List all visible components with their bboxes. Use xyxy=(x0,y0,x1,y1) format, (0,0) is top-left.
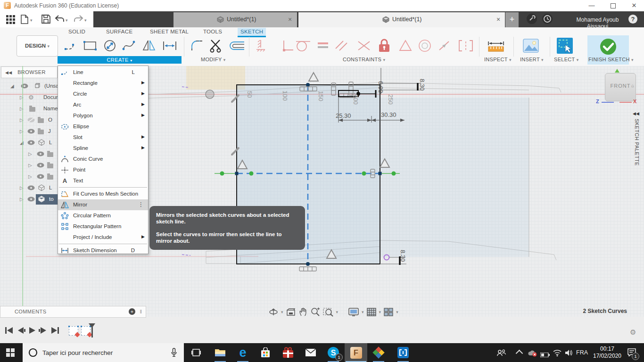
display-caret-icon[interactable]: ▾ xyxy=(362,310,364,314)
constraint-collinear-icon[interactable] xyxy=(438,40,451,54)
constraint-perpendicular-icon[interactable] xyxy=(282,40,294,54)
grid-settings-icon[interactable] xyxy=(367,308,376,317)
menu-item-mirror[interactable]: Mirror ⋮ xyxy=(58,199,148,210)
line-tool-icon[interactable] xyxy=(64,40,76,54)
group-inspect-header[interactable]: INSPECT ▾ xyxy=(484,57,512,62)
taskbar-skype[interactable]: S 1 xyxy=(322,343,345,362)
constraint-fix-lock-icon[interactable] xyxy=(377,38,391,55)
taskbar-search[interactable]: Taper ici pour rechercher xyxy=(23,343,184,362)
notifications-clock-icon[interactable] xyxy=(542,14,553,24)
spline-tool-icon[interactable] xyxy=(122,40,135,54)
rectangle-tool-icon[interactable] xyxy=(83,41,97,53)
tray-expand-chevron-icon[interactable] xyxy=(516,350,523,357)
menu-item-rectangular-pattern[interactable]: Rectangular Pattern xyxy=(58,221,148,232)
viewports-caret-icon[interactable]: ▾ xyxy=(396,310,398,314)
grid-caret-icon[interactable]: ▾ xyxy=(379,310,381,314)
dimension-25-30[interactable]: 25.30 xyxy=(336,112,351,119)
tray-clock[interactable]: 00:17 17/02/2020 xyxy=(588,346,626,360)
save-icon[interactable] xyxy=(41,15,50,25)
sketch-palette-expand-icon[interactable]: ◀◀ xyxy=(633,111,639,116)
group-select-header[interactable]: SELECT ▾ xyxy=(554,57,579,62)
zoom-window-caret-icon[interactable]: ▾ xyxy=(336,310,339,314)
tray-wifi-icon[interactable] xyxy=(553,349,562,358)
constraint-concentric-icon[interactable] xyxy=(418,39,431,54)
close-button[interactable]: ✕ xyxy=(627,1,641,10)
menu-item-circle[interactable]: Circle ▶ xyxy=(58,89,148,99)
measure-tool-icon[interactable] xyxy=(487,40,505,55)
app-grid-icon[interactable] xyxy=(6,15,15,26)
taskbar-store[interactable] xyxy=(254,343,277,362)
dimension-8-30-top[interactable]: 8.30 xyxy=(419,79,426,90)
menu-item-polygon[interactable]: Polygon ▶ xyxy=(58,110,148,121)
taskbar-diagram-app[interactable] xyxy=(367,343,390,362)
tray-notification-icon[interactable]: 1 xyxy=(627,348,636,358)
menu-item-slot[interactable]: Slot ▶ xyxy=(58,132,148,143)
tray-volume-icon[interactable] xyxy=(565,349,573,358)
tray-language[interactable]: FRA xyxy=(576,349,588,356)
timeline-skip-start-icon[interactable] xyxy=(5,327,13,336)
menu-item-circular-pattern[interactable]: Circular Pattern xyxy=(58,210,148,221)
help-icon[interactable]: ? xyxy=(628,15,637,24)
taskbar-gift-app[interactable] xyxy=(277,343,299,362)
select-tool-icon[interactable] xyxy=(556,37,573,56)
new-tab-button[interactable]: + xyxy=(505,12,519,27)
menu-item-line[interactable]: Line L xyxy=(58,67,148,78)
add-comment-icon[interactable]: + xyxy=(129,308,135,315)
undo-icon[interactable] xyxy=(54,15,65,25)
menu-item-text[interactable]: A Text xyxy=(58,175,148,186)
tab-close-icon[interactable]: × xyxy=(288,16,292,23)
taskbar-fusion360[interactable]: F xyxy=(345,343,367,362)
sketch-palette-tab[interactable]: SKETCH PALETTE xyxy=(634,119,640,166)
pan-icon[interactable] xyxy=(298,307,308,317)
redo-icon[interactable] xyxy=(74,15,84,25)
document-tab-inactive[interactable]: Untitled*(1) × xyxy=(173,12,297,27)
task-view-button[interactable] xyxy=(185,343,207,362)
group-constraints-header[interactable]: CONSTRAINTS ▾ xyxy=(343,57,385,62)
dimension-tool-icon[interactable] xyxy=(162,41,177,53)
taskbar-edge[interactable]: e xyxy=(231,343,254,362)
timeline-sketch-feature-1[interactable] xyxy=(69,326,78,336)
viewports-icon[interactable] xyxy=(384,308,393,317)
taskbar-mail[interactable] xyxy=(299,343,322,362)
menu-item-sketch-dimension[interactable]: Sketch Dimension D xyxy=(58,245,148,256)
document-tab-active[interactable]: Untitled*(1) × xyxy=(298,12,505,27)
workspace-selector[interactable]: DESIGN ▾ xyxy=(17,35,58,57)
tray-battery-icon[interactable] xyxy=(540,351,550,359)
timeline-step-forward-icon[interactable] xyxy=(39,327,47,336)
orbit-caret-icon[interactable]: ▾ xyxy=(281,310,283,314)
constraint-horizontal-vertical-icon[interactable] xyxy=(255,39,267,54)
menu-item-arc[interactable]: Arc ▶ xyxy=(58,99,148,110)
group-insert-header[interactable]: INSERT ▾ xyxy=(520,57,544,62)
constraint-parallel-icon[interactable] xyxy=(335,39,348,54)
viewcube[interactable]: FRONT ⌂ xyxy=(605,73,636,101)
menu-item-project-include[interactable]: Project / Include ▶ xyxy=(58,232,148,243)
timeline-step-back-icon[interactable] xyxy=(17,327,25,336)
menu-item-conic-curve[interactable]: Conic Curve xyxy=(58,154,148,165)
fillet-tool-icon[interactable] xyxy=(190,40,204,54)
ribbon-tab-sketch[interactable]: SKETCH xyxy=(238,28,266,37)
timeline-play-icon[interactable] xyxy=(28,327,36,336)
redo-caret-icon[interactable]: ▾ xyxy=(84,18,87,23)
mirror-tool-icon[interactable] xyxy=(142,40,156,54)
viewcube-home-icon[interactable]: ⌂ xyxy=(631,83,634,88)
constraint-coincident-icon[interactable] xyxy=(357,40,371,54)
look-at-icon[interactable] xyxy=(286,308,296,316)
ribbon-tab-tools[interactable]: TOOLS xyxy=(200,28,225,36)
zoom-icon[interactable] xyxy=(311,307,320,317)
dimension-30-30[interactable]: 30.30 xyxy=(381,111,396,118)
menu-item-spline[interactable]: Spline ▶ xyxy=(58,143,148,154)
display-settings-icon[interactable] xyxy=(348,308,359,317)
microphone-icon[interactable] xyxy=(171,348,177,357)
menu-item-point[interactable]: Point xyxy=(58,165,148,175)
timeline-skip-end-icon[interactable] xyxy=(51,327,59,336)
tab-close-icon[interactable]: × xyxy=(496,16,500,23)
minimize-button[interactable]: — xyxy=(585,1,599,10)
constraint-midpoint-icon[interactable] xyxy=(458,40,473,54)
menu-item-rectangle[interactable]: Rectangle ▶ xyxy=(58,78,148,89)
job-status-icon[interactable] xyxy=(527,14,537,24)
constraint-equal-icon[interactable] xyxy=(317,41,329,51)
menu-item-fit-curves[interactable]: Fit Curves to Mesh Section xyxy=(58,189,148,199)
constraint-symmetry-icon[interactable] xyxy=(399,40,412,54)
undo-caret-icon[interactable]: ▾ xyxy=(66,18,68,23)
taskbar-file-explorer[interactable] xyxy=(209,343,231,362)
